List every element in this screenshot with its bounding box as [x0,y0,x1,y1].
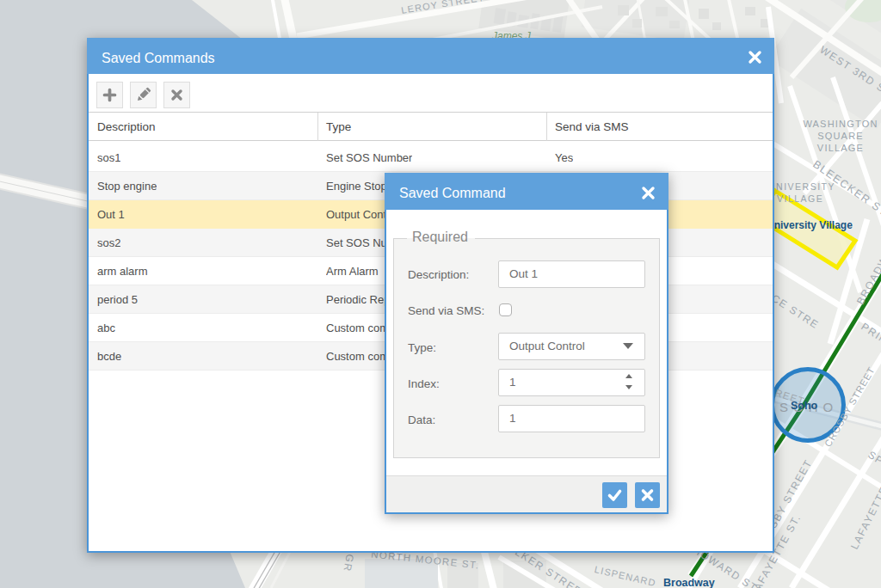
svg-text:VILLAGE: VILLAGE [777,193,823,204]
svg-text:UNIVERSITY: UNIVERSITY [768,181,835,192]
svg-text:University Village: University Village [767,219,853,231]
svg-text:Broadway: Broadway [663,577,715,588]
svg-text:VILLAGE: VILLAGE [817,143,864,153]
svg-text:WASHINGTON: WASHINGTON [803,119,878,129]
svg-text:Soho: Soho [791,400,818,412]
svg-text:SQUARE: SQUARE [817,131,864,141]
